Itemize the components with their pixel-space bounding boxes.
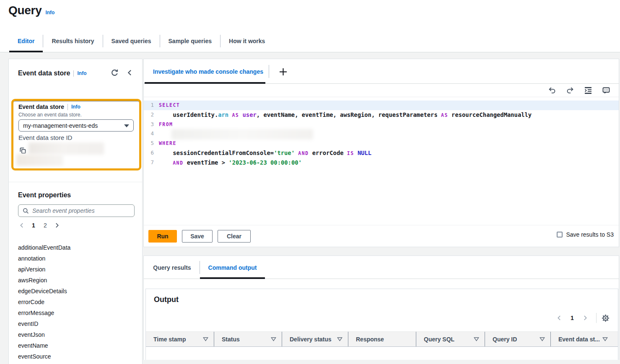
page-title: Query (8, 4, 42, 17)
code-token (309, 150, 312, 156)
main-tab[interactable]: Sample queries (160, 30, 221, 52)
event-property-item[interactable]: apiVersion (9, 264, 142, 275)
line-number: 4 (144, 129, 157, 139)
table-column-header[interactable]: Query SQL (416, 332, 485, 346)
clear-button[interactable]: Clear (218, 230, 251, 243)
selector-label: Event data store (18, 103, 64, 110)
chevron-left-icon (126, 69, 133, 76)
code-token: AND (173, 160, 183, 166)
sql-editor[interactable]: 1 SELECT 2 userIdentity.arn AS user, eve… (144, 98, 619, 225)
column-label: Query ID (493, 336, 517, 343)
panel-info-link[interactable]: Info (77, 70, 86, 76)
event-property-item[interactable]: eventSource (9, 351, 142, 362)
event-property-item[interactable]: additionalEventData (9, 242, 142, 253)
search-icon (23, 208, 29, 214)
prev-page-button[interactable] (16, 221, 28, 230)
select-value: my-management-events-eds (23, 122, 98, 129)
code-token: user (243, 111, 257, 118)
code-token: 'true' (274, 150, 295, 156)
save-results-to-s3[interactable]: Save results to S3 (557, 231, 614, 238)
event-property-item[interactable]: eventJson (9, 329, 142, 340)
code-text: userIdentity.arn AS user, eventName, eve… (157, 110, 532, 120)
event-property-item[interactable]: errorMessage (9, 307, 142, 318)
code-line: 6 sessionCredentialFromConsole='true' AN… (144, 148, 619, 158)
filter-icon[interactable] (540, 337, 545, 341)
page-header: Query Info Editor Results history Saved … (0, 0, 620, 52)
code-token: = (270, 150, 274, 156)
undo-button[interactable] (548, 87, 556, 94)
next-page-button[interactable] (579, 313, 591, 323)
empty-table-row (146, 347, 618, 360)
redo-icon (566, 87, 574, 94)
main-tab[interactable]: Results history (43, 30, 102, 52)
table-column-header[interactable]: Time stamp (146, 332, 214, 346)
collapse-panel-button[interactable] (126, 69, 133, 76)
next-page-button[interactable] (51, 221, 63, 230)
code-token: '2023-06-23 00:00:00' (228, 159, 301, 166)
filter-icon[interactable] (271, 337, 276, 341)
new-query-tab-button[interactable] (275, 63, 291, 80)
prev-page-button[interactable] (553, 313, 565, 323)
chevron-left-icon (556, 315, 562, 321)
filter-icon[interactable] (602, 337, 608, 341)
panel-title: Event data store (18, 70, 70, 77)
tab-command-output[interactable]: Command output (200, 256, 265, 279)
save-button[interactable]: Save (182, 230, 213, 243)
divider (73, 70, 74, 77)
chevron-right-icon (54, 222, 60, 228)
code-token (344, 150, 347, 156)
run-button[interactable]: Run (148, 230, 177, 243)
table-column-header[interactable]: Event data st... (551, 332, 613, 346)
gear-icon (602, 314, 610, 322)
page-numbers: 1 2 (28, 222, 51, 229)
code-token: NULL (358, 150, 371, 156)
comment-button[interactable] (602, 87, 610, 94)
line-number: 2 (144, 110, 157, 120)
output-title: Output (154, 295, 179, 304)
line-number: 1 (144, 101, 157, 110)
filter-icon[interactable] (337, 337, 342, 341)
search-event-properties[interactable] (18, 204, 135, 217)
query-tab[interactable]: Investigate who made console changes (145, 59, 265, 84)
event-data-store-highlight: Event data store Info Choose an event da… (11, 99, 141, 170)
table-column-header[interactable]: Query ID (485, 332, 551, 346)
refresh-button[interactable] (111, 69, 119, 77)
main-tab[interactable]: How it works (221, 30, 273, 52)
table-column-header[interactable]: Delivery status (282, 332, 348, 346)
filter-icon[interactable] (474, 337, 479, 341)
page-number[interactable]: 2 (39, 222, 51, 229)
table-column-header[interactable]: Status (214, 332, 282, 346)
main-tab[interactable]: Editor (9, 30, 43, 52)
event-data-store-id-label: Event data store ID (18, 134, 72, 141)
event-properties-title: Event properties (18, 191, 71, 199)
caret-down-icon (124, 124, 129, 127)
page-title-info-link[interactable]: Info (45, 10, 54, 15)
copy-id-button[interactable] (19, 147, 26, 154)
redo-button[interactable] (566, 87, 574, 94)
event-property-item[interactable]: eventID (9, 318, 142, 329)
table-column-header[interactable]: Response (348, 332, 416, 346)
table-settings-button[interactable] (602, 314, 610, 322)
code-line: 7 AND eventTime > '2023-06-23 00:00:00' (144, 158, 619, 168)
search-input[interactable] (32, 207, 130, 214)
page-number[interactable]: 1 (28, 222, 39, 229)
event-property-item[interactable]: edgeDeviceDetails (9, 286, 142, 297)
divider (67, 104, 68, 110)
code-token: resourceChangedManually (448, 111, 532, 118)
current-page[interactable]: 1 (567, 315, 578, 321)
code-line: 2 userIdentity.arn AS user, eventName, e… (144, 110, 619, 120)
event-property-item[interactable]: eventName (9, 340, 142, 351)
properties-pagination: 1 2 (16, 221, 63, 230)
code-text (157, 129, 159, 139)
event-property-item[interactable]: errorCode (9, 297, 142, 307)
event-property-item[interactable]: awsRegion (9, 275, 142, 286)
main-tab[interactable]: Saved queries (103, 30, 160, 52)
selector-info-link[interactable]: Info (71, 104, 80, 110)
format-button[interactable] (584, 87, 592, 94)
event-data-store-select[interactable]: my-management-events-eds (18, 119, 134, 132)
filter-icon[interactable] (203, 337, 208, 341)
event-property-item[interactable]: annotation (9, 253, 142, 264)
checkbox[interactable] (557, 232, 563, 238)
output-table-header: Time stamp Status (146, 331, 618, 347)
tab-query-results[interactable]: Query results (145, 256, 200, 279)
